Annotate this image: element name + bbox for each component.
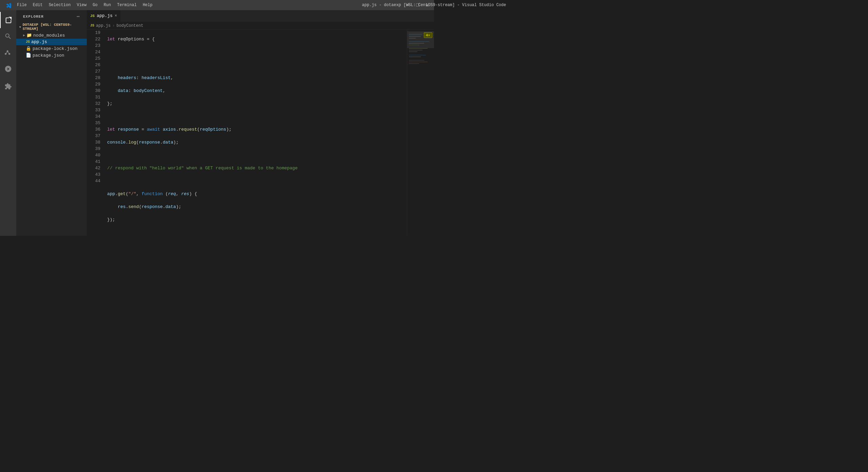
svg-rect-5 xyxy=(409,43,424,43)
code-line-30 xyxy=(107,178,407,184)
code-line-27: console.log(response.data); xyxy=(107,139,407,146)
window-title: app.js - dotaexp [WSL: CentOS9-stream] -… xyxy=(362,3,434,7)
menu-view[interactable]: View xyxy=(74,2,89,8)
code-line-19: let reqOptions = { xyxy=(107,36,407,42)
menu-selection[interactable]: Selection xyxy=(46,2,74,8)
code-editor[interactable]: 1922232425 26272829303132 33343536373839… xyxy=(87,30,434,236)
file-appjs[interactable]: JS app.js xyxy=(16,39,87,45)
title-bar: File Edit Selection View Go Run Terminal… xyxy=(0,0,434,10)
tab-bar: JS app.js × xyxy=(87,10,434,22)
svg-rect-0 xyxy=(409,33,426,33)
code-line-34 xyxy=(107,229,407,236)
menu-terminal[interactable]: Terminal xyxy=(114,2,139,8)
tab-js-icon: JS xyxy=(90,14,95,18)
code-line-28 xyxy=(107,152,407,158)
line-numbers: 1922232425 26272829303132 33343536373839… xyxy=(87,30,104,236)
main-layout: EXPLORER ⋯ ▾ DOTAEXP [WSL: CENTOS9-STREA… xyxy=(0,10,434,236)
menu-edit[interactable]: Edit xyxy=(30,2,45,8)
breadcrumb-symbol[interactable]: bodyContent xyxy=(116,23,143,28)
breadcrumb: JS app.js › bodyContent xyxy=(87,22,434,30)
folder-icon: 📁 xyxy=(26,33,32,38)
activity-search[interactable] xyxy=(0,28,16,44)
tab-appjs[interactable]: JS app.js × xyxy=(87,10,121,22)
breadcrumb-js-icon: JS xyxy=(90,24,94,27)
svg-rect-1 xyxy=(409,35,422,35)
workspace-name: DOTAEXP [WSL: CENTOS9-STREAM] xyxy=(23,23,87,31)
svg-rect-14 xyxy=(409,63,419,64)
activity-source-control[interactable] xyxy=(0,44,16,61)
activity-extensions[interactable] xyxy=(0,78,16,95)
breadcrumb-file[interactable]: app.js xyxy=(96,23,111,28)
svg-rect-12 xyxy=(409,60,424,60)
svg-rect-10 xyxy=(409,55,426,55)
left-panel: EXPLORER ⋯ ▾ DOTAEXP [WSL: CENTOS9-STREA… xyxy=(16,10,87,236)
tab-close-button[interactable]: × xyxy=(115,14,117,18)
minimap-svg xyxy=(407,30,434,97)
file-packagelock-label: package-lock.json xyxy=(33,46,78,51)
file-packagejson-label: package.json xyxy=(33,53,64,58)
app-body: EXPLORER ⋯ ▾ DOTAEXP [WSL: CENTOS9-STREA… xyxy=(0,10,434,236)
explorer-container: EXPLORER ⋯ ▾ DOTAEXP [WSL: CENTOS9-STREA… xyxy=(16,10,87,236)
code-line-33: }); xyxy=(107,216,407,223)
folder-label: node_modules xyxy=(33,33,65,38)
explorer-header: EXPLORER ⋯ xyxy=(16,10,87,21)
svg-rect-2 xyxy=(409,36,421,37)
code-line-29: // respond with "hello world" when a GET… xyxy=(107,165,407,171)
svg-rect-6 xyxy=(409,45,419,45)
minimap: 4✕ xyxy=(407,30,434,236)
code-line-26: let response = await axios.request(reqOp… xyxy=(107,126,407,133)
vscode-logo xyxy=(3,0,14,10)
code-lines: let reqOptions = { headers: headersList,… xyxy=(104,30,407,236)
svg-rect-7 xyxy=(409,48,428,49)
file-icon-lock: 🔒 xyxy=(26,46,31,51)
menu-help[interactable]: Help xyxy=(140,2,155,8)
menu-go[interactable]: Go xyxy=(90,2,100,8)
menu-bar: File Edit Selection View Go Run Terminal… xyxy=(3,0,155,10)
file-appjs-label: app.js xyxy=(31,39,47,44)
svg-rect-9 xyxy=(409,52,417,52)
folder-node-modules[interactable]: ▶ 📁 node_modules xyxy=(16,32,87,39)
file-package-lock[interactable]: 🔒 package-lock.json xyxy=(16,45,87,52)
code-line-23: data: bodyContent, xyxy=(107,88,407,94)
code-line-21 xyxy=(107,62,407,68)
svg-rect-8 xyxy=(409,50,422,50)
breadcrumb-sep: › xyxy=(112,23,115,28)
activity-debug[interactable] xyxy=(0,61,16,77)
editor-area: JS app.js × JS app.js › bodyContent 1922… xyxy=(87,10,434,236)
workspace-section: ▾ DOTAEXP [WSL: CENTOS9-STREAM] ▶ 📁 node… xyxy=(16,21,87,59)
code-line-20 xyxy=(107,49,407,55)
code-line-22: headers: headersList, xyxy=(107,75,407,81)
activity-bar xyxy=(0,10,16,236)
code-line-24: }; xyxy=(107,100,407,107)
explorer-actions[interactable]: ⋯ xyxy=(77,14,80,19)
svg-rect-3 xyxy=(409,38,416,38)
workspace-header[interactable]: ▾ DOTAEXP [WSL: CENTOS9-STREAM] xyxy=(16,22,87,32)
tab-appjs-label: app.js xyxy=(97,13,113,18)
workspace-arrow: ▾ xyxy=(19,25,21,29)
code-line-32: res.send(response.data); xyxy=(107,204,407,210)
folder-arrow: ▶ xyxy=(23,33,25,37)
menu-file[interactable]: File xyxy=(14,2,29,8)
activity-explorer[interactable] xyxy=(0,12,16,28)
code-line-25 xyxy=(107,113,407,120)
file-icon-json: 📄 xyxy=(26,53,31,58)
file-icon-js: JS xyxy=(26,40,30,44)
svg-rect-11 xyxy=(409,57,421,57)
code-line-31: app.get("/", function (req, res) { xyxy=(107,191,407,197)
explorer-title: EXPLORER xyxy=(23,15,44,19)
file-package-json[interactable]: 📄 package.json xyxy=(16,52,87,59)
svg-rect-4 xyxy=(409,41,429,42)
code-content: 1922232425 26272829303132 33343536373839… xyxy=(87,30,434,236)
menu-run[interactable]: Run xyxy=(101,2,114,8)
svg-rect-13 xyxy=(409,62,428,62)
